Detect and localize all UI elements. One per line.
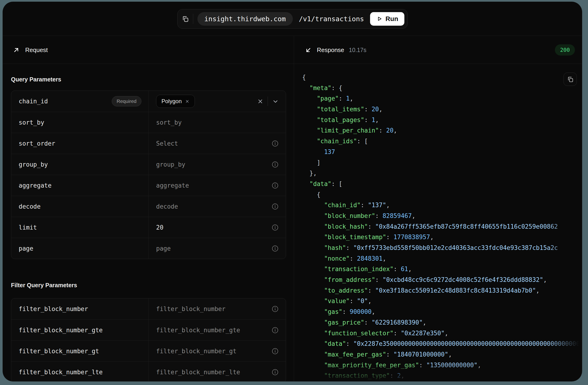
param-name: page — [19, 245, 33, 252]
info-icon-button[interactable] — [271, 245, 279, 252]
query-parameters-table: chain_idRequiredPolygonsort_bysort_bysor… — [11, 90, 286, 259]
json-line: { — [302, 72, 582, 83]
param-input-decode[interactable]: decode — [148, 196, 286, 217]
param-name: filter_block_number_lte — [19, 369, 103, 376]
param-placeholder: sort_by — [156, 119, 182, 126]
param-input-filter_block_number_lte[interactable]: filter_block_number_lte — [148, 362, 286, 381]
info-icon — [272, 327, 279, 334]
param-input-group_by[interactable]: group_by — [148, 154, 286, 175]
json-line: }, — [302, 168, 582, 179]
param-input-aggregate[interactable]: aggregate — [148, 175, 286, 196]
request-panel: Query Parameters chain_idRequiredPolygon… — [3, 64, 294, 381]
param-placeholder: decode — [156, 203, 178, 210]
param-row-page: pagepage — [11, 238, 286, 259]
arrow-up-right-icon — [12, 46, 20, 54]
info-icon-button[interactable] — [271, 224, 279, 231]
json-line: "max_priority_fee_per_gas": "13500000000… — [302, 360, 582, 371]
json-line: "hash": "0xff5733ebd558f50bb012e2cd40363… — [302, 243, 582, 253]
run-button[interactable]: Run — [370, 12, 404, 26]
param-name-cell: page — [11, 238, 148, 259]
param-name: aggregate — [19, 182, 52, 189]
json-line: "data": [ — [302, 179, 582, 190]
dropdown-toggle-button[interactable] — [272, 98, 279, 105]
param-name-cell: chain_idRequired — [11, 91, 148, 112]
selected-chip-polygon[interactable]: Polygon — [156, 95, 195, 108]
param-name: sort_by — [19, 119, 44, 126]
param-name: group_by — [19, 161, 48, 168]
param-name: limit — [19, 224, 37, 231]
endpoint-path: /v1/transactions — [299, 15, 364, 23]
request-header: Request — [3, 36, 294, 64]
info-icon-button[interactable] — [271, 347, 279, 355]
play-icon — [376, 16, 382, 22]
panel-headers: Request Response 10.17s 200 — [3, 36, 582, 64]
param-placeholder: page — [156, 245, 171, 252]
param-name: chain_id — [19, 98, 48, 105]
json-line: "limit_per_chain": 20, — [302, 125, 582, 136]
remove-icon — [185, 99, 189, 104]
copy-response-button[interactable] — [564, 73, 577, 86]
param-placeholder: filter_block_number — [156, 305, 225, 312]
info-icon — [272, 224, 279, 231]
response-json-viewer: { "meta": { "page": 1, "total_items": 20… — [302, 72, 582, 381]
info-icon-button[interactable] — [271, 326, 279, 334]
json-line: "block_timestamp": 1770838957, — [302, 232, 582, 243]
json-line: "gas": 900000, — [302, 307, 582, 317]
param-name: filter_block_number — [19, 305, 88, 312]
json-line: "total_items": 20, — [302, 104, 582, 115]
json-line: "from_address": "0xcbd48cc9c6c9272dc4008… — [302, 275, 582, 285]
param-placeholder: Select — [156, 140, 178, 147]
json-line: "chain_id": "137", — [302, 200, 582, 211]
clear-selection-button[interactable] — [257, 98, 263, 105]
info-icon-button[interactable] — [271, 305, 279, 313]
param-input-limit[interactable]: 20 — [148, 217, 286, 238]
info-icon-button[interactable] — [271, 161, 279, 168]
control-divider — [268, 97, 268, 106]
param-input-sort_by[interactable]: sort_by — [148, 112, 286, 133]
info-icon-button[interactable] — [271, 140, 279, 147]
param-row-group_by: group_bygroup_by — [11, 154, 286, 175]
param-name: filter_block_number_gt — [19, 348, 99, 355]
param-row-sort_by: sort_bysort_by — [11, 112, 286, 133]
chip-remove-button[interactable] — [185, 99, 189, 104]
top-bar: insight.thirdweb.com /v1/transactions Ru… — [3, 2, 582, 36]
param-input-chain_id[interactable]: Polygon — [148, 91, 286, 112]
json-line: ] — [302, 157, 582, 168]
info-icon-button[interactable] — [271, 182, 279, 189]
param-input-filter_block_number_gte[interactable]: filter_block_number_gte — [148, 320, 286, 341]
url-bar-divider — [193, 14, 193, 24]
json-line: "page": 1, — [302, 93, 582, 104]
param-row-chain_id: chain_idRequiredPolygon — [11, 91, 286, 112]
base-url: insight.thirdweb.com — [204, 15, 286, 23]
param-name: decode — [19, 203, 41, 210]
json-line: "data": "0x2287e350000000000000000000000… — [302, 339, 582, 349]
json-line: "transaction_type": 2, — [302, 370, 582, 381]
copy-url-button[interactable] — [182, 15, 189, 22]
param-input-sort_order[interactable]: Select — [148, 133, 286, 154]
info-icon — [272, 348, 279, 355]
param-value: 20 — [156, 224, 163, 231]
info-icon-button[interactable] — [271, 368, 279, 376]
param-name-cell: filter_block_number — [11, 299, 148, 320]
info-icon — [272, 369, 279, 376]
json-line: 137 — [302, 147, 582, 157]
panel-divider — [294, 36, 294, 381]
json-line: "transaction_index": 61, — [302, 264, 582, 275]
param-input-filter_block_number[interactable]: filter_block_number — [148, 299, 286, 320]
arrow-down-left-icon — [304, 46, 312, 54]
filter-query-parameters-title: Filter Query Parameters — [11, 281, 294, 289]
status-badge: 200 — [555, 44, 575, 56]
param-name-cell: filter_block_number_gte — [11, 320, 148, 341]
json-line: "function_selector": "0x2287e350", — [302, 328, 582, 339]
json-line: "max_fee_per_gas": "1840701000000", — [302, 349, 582, 360]
info-icon-button[interactable] — [271, 203, 279, 210]
required-badge: Required — [112, 96, 141, 107]
param-input-page[interactable]: page — [148, 238, 286, 259]
chip-label: Polygon — [162, 98, 182, 105]
query-parameters-title: Query Parameters — [11, 75, 294, 84]
param-input-filter_block_number_gt[interactable]: filter_block_number_gt — [148, 341, 286, 362]
param-name-cell: group_by — [11, 154, 148, 175]
request-title: Request — [25, 46, 48, 54]
param-name: filter_block_number_gte — [19, 327, 103, 334]
param-row-aggregate: aggregateaggregate — [11, 175, 286, 196]
